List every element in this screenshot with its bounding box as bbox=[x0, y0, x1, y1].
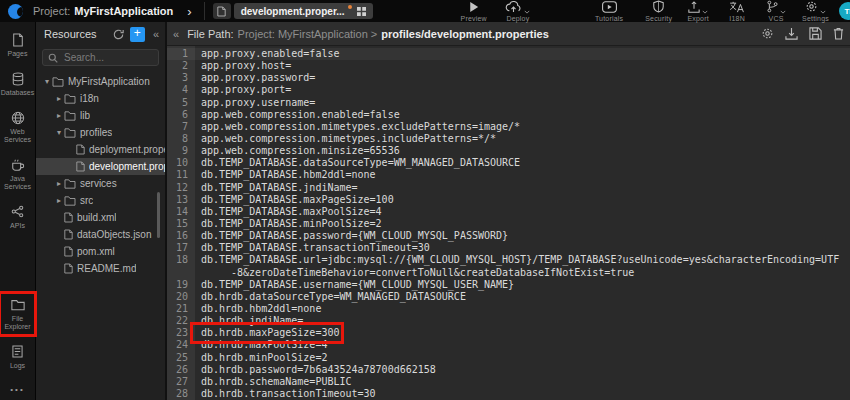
code-text[interactable]: app.proxy.password= bbox=[195, 72, 315, 84]
code-text[interactable]: db.TEMP_DATABASE.username={WM_CLOUD_MYSQ… bbox=[195, 279, 514, 291]
sidebar-item-file-explorer[interactable]: File Explorer bbox=[2, 295, 33, 333]
code-line[interactable]: 8app.web.compression.mimetypes.includePa… bbox=[167, 133, 850, 145]
code-text[interactable]: app.web.compression.enabled=false bbox=[195, 109, 400, 121]
collapse-tree-icon[interactable]: « bbox=[173, 28, 179, 40]
code-text[interactable]: app.proxy.port= bbox=[195, 84, 291, 96]
code-line[interactable]: 12db.TEMP_DATABASE.jndiName= bbox=[167, 182, 850, 194]
sidebar-item-web-services[interactable]: Web Services bbox=[2, 108, 33, 146]
sidebar-item-databases[interactable]: Databases bbox=[2, 69, 33, 99]
code-line[interactable]: 6app.web.compression.enabled=false bbox=[167, 109, 850, 121]
tree-item-myfirstapplication[interactable]: ▾MyFirstApplication bbox=[36, 73, 165, 90]
code-text[interactable]: db.hrdb.dataSourceType=WM_MANAGED_DATASO… bbox=[195, 291, 466, 303]
code-line[interactable]: 25db.hrdb.minPoolSize=2 bbox=[167, 352, 850, 364]
code-text[interactable]: db.hrdb.schemaName=PUBLIC bbox=[195, 376, 352, 388]
tree-expand-arrow-icon[interactable]: ▸ bbox=[54, 111, 64, 120]
tab-development-properties[interactable]: development.proper... bbox=[234, 3, 373, 19]
add-resource-button[interactable]: + bbox=[130, 27, 145, 42]
delete-icon[interactable] bbox=[833, 27, 844, 40]
code-text[interactable]: db.TEMP_DATABASE.transactionTimeout=30 bbox=[195, 242, 430, 254]
code-text[interactable]: db.TEMP_DATABASE.url=jdbc:mysql://{WM_CL… bbox=[195, 254, 839, 266]
tree-item-lib[interactable]: ▸lib bbox=[36, 107, 165, 124]
code-line-wrap[interactable]: -8&zeroDateTimeBehavior=convertToNull&cr… bbox=[167, 267, 850, 279]
code-line[interactable]: 5app.proxy.username= bbox=[167, 97, 850, 109]
code-text[interactable]: db.hrdb.transactionTimeout=30 bbox=[195, 388, 376, 400]
code-line[interactable]: 10db.TEMP_DATABASE.dataSourceType=WM_MAN… bbox=[167, 157, 850, 169]
highlighted-code-text[interactable]: db.hrdb.maxPageSize=300 bbox=[195, 327, 339, 339]
code-line[interactable]: 3app.proxy.password= bbox=[167, 72, 850, 84]
code-text[interactable]: db.TEMP_DATABASE.maxPageSize=100 bbox=[195, 194, 394, 206]
code-line[interactable]: 2app.proxy.host= bbox=[167, 60, 850, 72]
topbar-action-deploy[interactable]: Deploy bbox=[505, 1, 531, 22]
sidebar-item-java-services[interactable]: Java Services bbox=[2, 155, 33, 193]
tree-item-development-properties[interactable]: development.properties bbox=[36, 158, 165, 175]
collapse-panel-icon[interactable]: « bbox=[151, 28, 161, 40]
code-line[interactable]: 13db.TEMP_DATABASE.maxPageSize=100 bbox=[167, 194, 850, 206]
code-text[interactable]: db.TEMP_DATABASE.password={WM_CLOUD_MYSQ… bbox=[195, 230, 508, 242]
code-line[interactable]: 26db.hrdb.password=7b6a43524a78700d66215… bbox=[167, 364, 850, 376]
code-text[interactable]: app.proxy.username= bbox=[195, 97, 315, 109]
tree-item-build-xml[interactable]: build.xml bbox=[36, 209, 165, 226]
code-line[interactable]: 16db.TEMP_DATABASE.password={WM_CLOUD_MY… bbox=[167, 230, 850, 242]
code-text[interactable]: app.web.compression.mimetypes.includePat… bbox=[195, 133, 496, 145]
sidebar-item-pages[interactable]: Pages bbox=[2, 30, 33, 60]
code-text[interactable]: db.hrdb.minPoolSize=2 bbox=[195, 352, 327, 364]
code-line[interactable]: 20db.hrdb.dataSourceType=WM_MANAGED_DATA… bbox=[167, 291, 850, 303]
code-text[interactable]: db.TEMP_DATABASE.hbm2ddl=none bbox=[195, 169, 376, 181]
tree-expand-arrow-icon[interactable]: ▸ bbox=[54, 94, 64, 103]
tree-item-services[interactable]: ▸services bbox=[36, 175, 165, 192]
code-line[interactable]: 24db.hrdb.maxPoolSize=4 bbox=[167, 339, 850, 351]
code-line[interactable]: 1app.proxy.enabled=false bbox=[167, 48, 850, 60]
code-text[interactable]: db.TEMP_DATABASE.minPoolSize=2 bbox=[195, 218, 382, 230]
sidebar-item-logs[interactable]: Logs bbox=[2, 342, 33, 372]
topbar-action-tutorials[interactable]: Tutorials bbox=[595, 1, 623, 22]
tree-item-deployment-properties[interactable]: deployment.properties bbox=[36, 141, 165, 158]
resources-scrollbar[interactable] bbox=[157, 192, 160, 238]
tree-item-pom-xml[interactable]: pom.xml bbox=[36, 243, 165, 260]
tree-item-readme-md[interactable]: README.md bbox=[36, 260, 165, 277]
code-line[interactable]: 19db.TEMP_DATABASE.username={WM_CLOUD_MY… bbox=[167, 279, 850, 291]
topbar-action-settings[interactable]: Settings bbox=[802, 1, 829, 22]
sidebar-overflow-dots[interactable]: ••• bbox=[10, 385, 24, 394]
search-input[interactable] bbox=[62, 51, 153, 64]
tree-collapse-arrow-icon[interactable]: ▾ bbox=[42, 77, 52, 86]
code-line[interactable]: 22db.hrdb.jndiName= bbox=[167, 315, 850, 327]
topbar-action-vcs[interactable]: VCS bbox=[763, 1, 789, 22]
code-text[interactable]: db.TEMP_DATABASE.maxPoolSize=4 bbox=[195, 206, 382, 218]
tree-item-profiles[interactable]: ▾profiles bbox=[36, 124, 165, 141]
code-text[interactable]: app.proxy.enabled=false bbox=[195, 48, 339, 60]
code-line[interactable]: 9app.web.compression.minsize=65536 bbox=[167, 145, 850, 157]
file-settings-gear-icon[interactable] bbox=[761, 27, 774, 40]
code-text[interactable]: -8&zeroDateTimeBehavior=convertToNull&cr… bbox=[195, 267, 634, 279]
save-icon[interactable] bbox=[809, 27, 822, 40]
code-text[interactable]: db.TEMP_DATABASE.dataSourceType=WM_MANAG… bbox=[195, 157, 520, 169]
code-text[interactable]: db.hrdb.password=7b6a43524a78700d662158 bbox=[195, 364, 436, 376]
code-line[interactable]: 11db.TEMP_DATABASE.hbm2ddl=none bbox=[167, 169, 850, 181]
code-text[interactable]: db.hrdb.jndiName= bbox=[195, 315, 303, 327]
code-line[interactable]: 14db.TEMP_DATABASE.maxPoolSize=4 bbox=[167, 206, 850, 218]
grid-icon[interactable] bbox=[357, 7, 366, 16]
tree-expand-arrow-icon[interactable]: ▸ bbox=[54, 196, 64, 205]
code-line[interactable]: 4app.proxy.port= bbox=[167, 84, 850, 96]
tree-item-i18n[interactable]: ▸i18n bbox=[36, 90, 165, 107]
code-line[interactable]: 15db.TEMP_DATABASE.minPoolSize=2 bbox=[167, 218, 850, 230]
code-text[interactable]: db.hrdb.hbm2ddl=none bbox=[195, 303, 321, 315]
code-line[interactable]: 28db.hrdb.transactionTimeout=30 bbox=[167, 388, 850, 400]
code-line[interactable]: 21db.hrdb.hbm2ddl=none bbox=[167, 303, 850, 315]
code-line[interactable]: 7app.web.compression.mimetypes.excludePa… bbox=[167, 121, 850, 133]
code-editor[interactable]: 1app.proxy.enabled=false2app.proxy.host=… bbox=[167, 46, 850, 400]
topbar-action-security[interactable]: Security bbox=[645, 1, 672, 22]
tree-item-src[interactable]: ▸src bbox=[36, 192, 165, 209]
code-text[interactable]: app.proxy.host= bbox=[195, 60, 291, 72]
user-avatar[interactable]: TI bbox=[839, 2, 850, 20]
code-line[interactable]: 17db.TEMP_DATABASE.transactionTimeout=30 bbox=[167, 242, 850, 254]
sidebar-item-apis[interactable]: APIs bbox=[2, 202, 33, 232]
code-text[interactable]: app.web.compression.minsize=65536 bbox=[195, 145, 400, 157]
code-line[interactable]: 27db.hrdb.schemaName=PUBLIC bbox=[167, 376, 850, 388]
tree-expand-arrow-icon[interactable]: ▸ bbox=[54, 179, 64, 188]
code-text[interactable]: db.hrdb.maxPoolSize=4 bbox=[195, 339, 327, 351]
tab-file-icon[interactable] bbox=[213, 3, 231, 19]
topbar-action-preview[interactable]: Preview bbox=[461, 1, 487, 22]
refresh-icon[interactable] bbox=[113, 29, 124, 40]
download-icon[interactable] bbox=[785, 27, 798, 40]
code-line[interactable]: 23db.hrdb.maxPageSize=300 bbox=[167, 327, 850, 339]
